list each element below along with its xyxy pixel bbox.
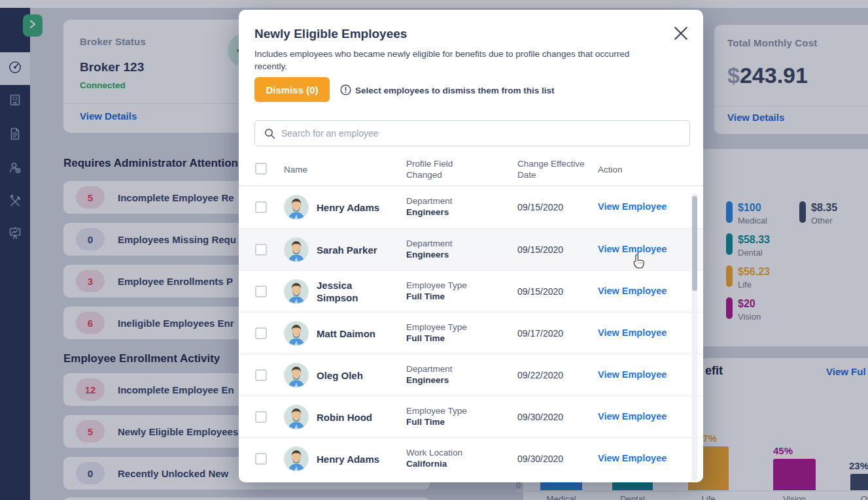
change-effective-date: 09/30/2020	[517, 412, 563, 422]
column-header-profile-field: Profile Field Changed	[406, 158, 468, 180]
employee-table-row: Sarah ParkerDepartmentEngineers09/15/202…	[239, 228, 703, 270]
view-employee-link[interactable]: View Employee	[598, 327, 667, 338]
employee-name: Henry Adams	[317, 438, 390, 480]
view-employee-link[interactable]: View Employee	[598, 411, 667, 422]
change-effective-date: 09/15/2020	[517, 202, 563, 212]
employee-name: Sarah Parker	[317, 229, 390, 271]
profile-field-name: Department	[406, 364, 453, 374]
employee-avatar	[284, 446, 309, 471]
employee-name: Oleg Oleh	[317, 354, 390, 396]
profile-field-name: Employee Type	[406, 406, 467, 416]
view-employee-link[interactable]: View Employee	[598, 244, 667, 254]
close-icon	[673, 32, 689, 43]
search-input[interactable]	[281, 122, 680, 145]
employee-name: Henry Adams	[317, 186, 390, 228]
newly-eligible-employees-modal: Newly Eligible Employees Includes employ…	[239, 10, 703, 482]
employee-avatar	[284, 363, 309, 388]
change-effective-date: 09/15/2020	[517, 286, 563, 297]
modal-scrollbar-thumb[interactable]	[692, 196, 697, 291]
employee-search-box	[254, 120, 690, 146]
dismiss-hint-text: Select employees to dismiss them from th…	[355, 86, 555, 95]
employee-avatar	[284, 237, 309, 262]
column-header-action: Action	[598, 164, 623, 175]
modal-title: Newly Eligible Employees	[254, 27, 407, 41]
employee-name: Matt Daimon	[317, 312, 390, 354]
employee-table-row: Henry AdamsDepartmentEngineers09/15/2020…	[239, 186, 703, 228]
column-header-change-date: Change Effective Date	[517, 158, 593, 180]
employee-avatar	[284, 405, 309, 429]
employee-table-row: Henry AdamsWork LocationCalifornia09/30/…	[239, 437, 703, 479]
employee-avatar	[284, 195, 309, 220]
app-screen: Broker Status Broker 123 Connected View …	[0, 0, 868, 500]
view-employee-link[interactable]: View Employee	[598, 201, 667, 212]
select-all-checkbox[interactable]	[255, 163, 267, 175]
view-employee-link[interactable]: View Employee	[598, 453, 667, 463]
employee-avatar	[284, 321, 309, 346]
profile-field-name: Department	[406, 196, 453, 206]
change-effective-date: 09/17/2020	[517, 328, 563, 339]
employee-table-row: Matt DaimonEmployee TypeFull Time09/17/2…	[239, 312, 703, 354]
employee-name: Robin Hood	[317, 396, 390, 438]
employee-avatar	[284, 279, 309, 304]
modal-close-button[interactable]	[673, 25, 689, 44]
row-checkbox[interactable]	[255, 369, 267, 381]
row-checkbox[interactable]	[255, 201, 267, 213]
change-effective-date: 09/22/2020	[517, 370, 563, 380]
profile-field-value: Full Time	[406, 417, 445, 427]
profile-field-value: Full Time	[406, 292, 445, 301]
profile-field-name: Department	[406, 239, 453, 248]
change-effective-date: 09/15/2020	[517, 244, 563, 255]
profile-field-value: Engineers	[406, 250, 449, 259]
modal-description: Includes employees who became newly elig…	[254, 48, 657, 73]
profile-field-name: Employee Type	[406, 280, 467, 290]
row-checkbox[interactable]	[255, 244, 267, 256]
profile-field-name: Work Location	[406, 448, 462, 458]
profile-field-value: Engineers	[406, 207, 449, 217]
search-icon	[264, 128, 275, 142]
profile-field-value: Engineers	[406, 375, 449, 385]
employee-table-row: Robin HoodEmployee TypeFull Time09/30/20…	[239, 395, 703, 437]
change-effective-date: 09/30/2020	[517, 454, 563, 464]
dismiss-button[interactable]: Dismiss (0)	[254, 77, 330, 102]
profile-field-name: Employee Type	[406, 322, 467, 332]
view-employee-link[interactable]: View Employee	[598, 369, 667, 380]
employee-table-row: Jessica SimpsonEmployee TypeFull Time09/…	[239, 270, 703, 312]
row-checkbox[interactable]	[255, 327, 267, 339]
profile-field-value: Full Time	[406, 333, 445, 343]
view-employee-link[interactable]: View Employee	[598, 286, 667, 296]
info-alert-icon	[340, 84, 351, 98]
row-checkbox[interactable]	[255, 453, 267, 465]
row-checkbox[interactable]	[255, 286, 267, 297]
column-header-name: Name	[284, 164, 307, 175]
row-checkbox[interactable]	[255, 411, 267, 423]
employee-table-row: Oleg OlehDepartmentEngineers09/22/2020Vi…	[239, 354, 703, 395]
profile-field-value: California	[406, 459, 447, 469]
employee-name: Jessica Simpson	[317, 271, 390, 312]
